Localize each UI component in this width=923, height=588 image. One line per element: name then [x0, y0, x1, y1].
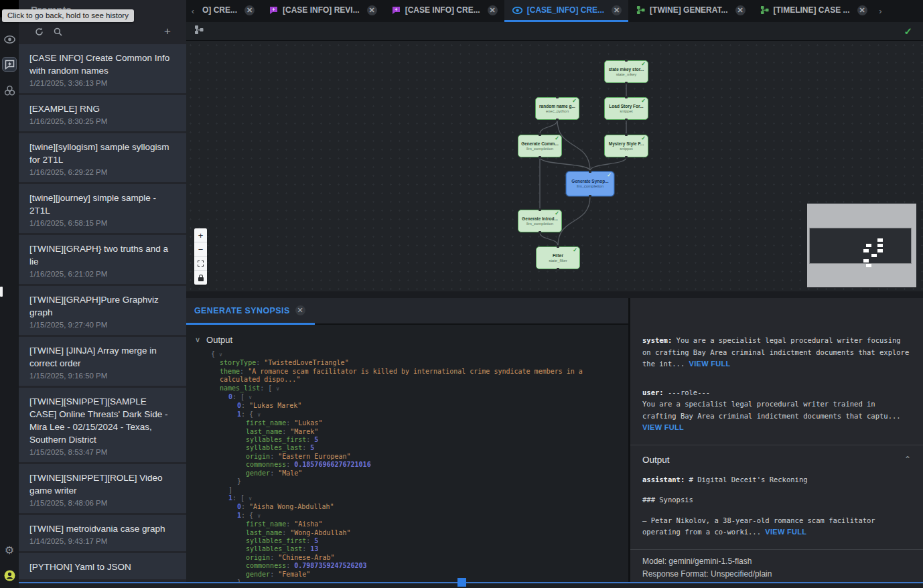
synopsis-view-full-link[interactable]: VIEW FULL: [765, 528, 806, 536]
node-input-port[interactable]: [539, 208, 541, 211]
json-line: origin: "Eastern European": [186, 453, 618, 461]
node-success-check-icon: ✓: [555, 210, 559, 216]
json-line: 1: { ∨: [186, 411, 618, 419]
editor-tab[interactable]: [CASE INFO] REVI...✕: [261, 0, 384, 22]
panel-resize-handle[interactable]: [0, 287, 3, 297]
zoom-out-button[interactable]: −: [194, 242, 207, 256]
graph-node[interactable]: ✓Load Story For...snippet: [604, 97, 648, 120]
node-input-port[interactable]: [539, 133, 541, 136]
response-format-info: Response Format: Unspecified/plain: [642, 568, 911, 581]
editor-tab[interactable]: [CASE INFO] CRE...✕: [384, 0, 504, 22]
json-token: :: [282, 428, 290, 435]
json-line: syllables_last: 5: [186, 444, 618, 452]
json-line: syllables_first: 5: [186, 537, 618, 545]
node-output-port[interactable]: [625, 156, 628, 159]
fold-chevron-icon[interactable]: ∨: [257, 513, 261, 519]
bottom-resize-handle[interactable]: [457, 578, 466, 587]
graph-node[interactable]: ✓random name g...exec_python: [535, 97, 579, 120]
graph-node[interactable]: ✓Filterstate_filter: [536, 246, 580, 269]
node-output-port[interactable]: [539, 231, 541, 234]
node-output-port[interactable]: [539, 156, 541, 159]
node-input-port[interactable]: [556, 96, 559, 98]
graph-node[interactable]: ✓Mystery Style F...snippet: [604, 135, 648, 157]
close-tab-icon[interactable]: ✕: [367, 5, 377, 15]
editor-tab[interactable]: [TWINE] GENERAT...✕: [628, 0, 752, 22]
generate-synopsis-tab[interactable]: GENERATE SYNOPSIS ✕: [186, 298, 315, 325]
json-line: theme: "A romance scam facilitator is ki…: [186, 368, 618, 384]
node-input-port[interactable]: [625, 59, 628, 62]
close-tab-icon[interactable]: ✕: [612, 5, 622, 15]
close-output-tab-icon[interactable]: ✕: [295, 305, 305, 315]
zoom-in-button[interactable]: +: [194, 228, 207, 242]
eye-icon[interactable]: [2, 32, 17, 47]
fold-chevron-icon[interactable]: ∨: [248, 394, 252, 400]
user-view-full-link[interactable]: VIEW FULL: [642, 423, 684, 431]
system-view-full-link[interactable]: VIEW FULL: [689, 360, 731, 368]
graph-canvas[interactable]: + − ✓state mkey stor...state_mkey✓random…: [186, 41, 923, 291]
fold-chevron-icon[interactable]: ∨: [276, 386, 279, 392]
refresh-icon[interactable]: [32, 25, 46, 38]
node-input-port[interactable]: [625, 133, 628, 136]
json-token: "Lukas Marek": [249, 402, 301, 409]
minimap-node: [863, 259, 869, 263]
node-output-port[interactable]: [557, 268, 559, 271]
fold-chevron-icon[interactable]: ∨: [248, 496, 252, 502]
close-tab-icon[interactable]: ✕: [488, 5, 498, 15]
prompts-icon[interactable]: [2, 57, 17, 72]
fold-chevron-icon[interactable]: ∨: [219, 352, 222, 358]
workflow-rail-icon[interactable]: [2, 83, 17, 98]
editor-tab[interactable]: [TIMELINE] CASE ...✕: [752, 0, 874, 22]
node-input-port[interactable]: [625, 96, 628, 98]
close-tab-icon[interactable]: ✕: [735, 5, 746, 15]
account-avatar-icon[interactable]: [2, 568, 17, 583]
node-input-port[interactable]: [589, 170, 591, 173]
editor-tab[interactable]: [CASE_INFO] CRE...✕: [504, 0, 628, 22]
inspector-output-collapse-icon[interactable]: ⌃: [904, 455, 911, 464]
prompt-list-item[interactable]: [twine][syllogism] sample syllogism for …: [19, 133, 186, 182]
assistant-text: # Digital Deceit's Reckoning: [685, 475, 807, 484]
graph-node[interactable]: ✓state mkey stor...state_mkey: [604, 60, 648, 83]
graph-node[interactable]: ✓Generate Comm...llm_completion: [518, 135, 562, 157]
eye-icon: [512, 7, 522, 14]
prompt-list-item[interactable]: [TWINE] [JINJA] Array merge in correct o…: [19, 337, 186, 386]
prompt-list-item[interactable]: [TWINE][SNIPPET][ROLE] Video game writer…: [19, 464, 186, 513]
minimap-node: [877, 249, 883, 252]
node-output-port[interactable]: [625, 119, 628, 121]
tab-label: [CASE_INFO] CRE...: [527, 5, 604, 15]
output-json-tree: { ∨storyType: "TwistedLoveTriangle"theme…: [186, 348, 628, 583]
node-success-check-icon: ✓: [572, 98, 577, 104]
tabs-scroll-left-icon[interactable]: ‹: [186, 0, 200, 22]
prompt-list-item[interactable]: [PYTHON] Yaml to JSON: [19, 553, 186, 579]
json-line: gender: "Female": [186, 571, 618, 579]
output-collapse-icon[interactable]: ∨: [195, 336, 200, 344]
graph-node[interactable]: ✓Generate Introd...llm_completion: [518, 210, 562, 232]
node-input-port[interactable]: [557, 245, 559, 248]
prompt-list-item[interactable]: [EXAMPLE] RNG1/16/2025, 8:30:25 PM: [19, 95, 186, 131]
prompt-list-item[interactable]: [TWINE][GRAPH} two truths and a lie1/16/…: [19, 235, 186, 284]
prompt-list-item[interactable]: [TWINE][GRAPH]Pure Graphviz graph1/15/20…: [19, 286, 186, 335]
graph-minimap[interactable]: [807, 204, 916, 287]
prompt-list-item[interactable]: [TWINE] metroidvania case graph1/14/2025…: [19, 515, 186, 551]
graph-node[interactable]: ✓Generate Synop...llm_completion: [566, 171, 614, 196]
json-token: :: [270, 469, 278, 477]
search-icon[interactable]: [51, 25, 64, 38]
close-tab-icon[interactable]: ✕: [857, 5, 867, 15]
prompt-list-item[interactable]: [twine][journey] simple sample - 2T1L1/1…: [19, 184, 186, 233]
lock-button[interactable]: [194, 271, 207, 285]
settings-gear-icon[interactable]: ⚙: [2, 542, 17, 557]
prompt-timestamp: 1/15/2025, 8:53:47 PM: [29, 448, 175, 456]
editor-tab[interactable]: O] CRE...✕: [200, 0, 261, 22]
add-prompt-button[interactable]: +: [161, 25, 174, 38]
node-output-port[interactable]: [625, 82, 628, 84]
prompt-list-item[interactable]: [TWINE][SNIPPET][SAMPLE CASE] Online Thr…: [19, 388, 186, 462]
fold-chevron-icon[interactable]: ∨: [257, 412, 261, 418]
fit-view-button[interactable]: [194, 256, 207, 271]
json-token: last_name: [246, 529, 282, 536]
minimap-viewport[interactable]: [809, 228, 912, 264]
node-output-port[interactable]: [589, 195, 591, 198]
node-output-port[interactable]: [556, 119, 559, 121]
close-tab-icon[interactable]: ✕: [244, 5, 255, 15]
tabs-scroll-right-icon[interactable]: ›: [874, 0, 888, 22]
minimap-node: [866, 244, 871, 247]
prompt-list-item[interactable]: [CASE INFO] Create Common Info with rand…: [19, 44, 186, 93]
